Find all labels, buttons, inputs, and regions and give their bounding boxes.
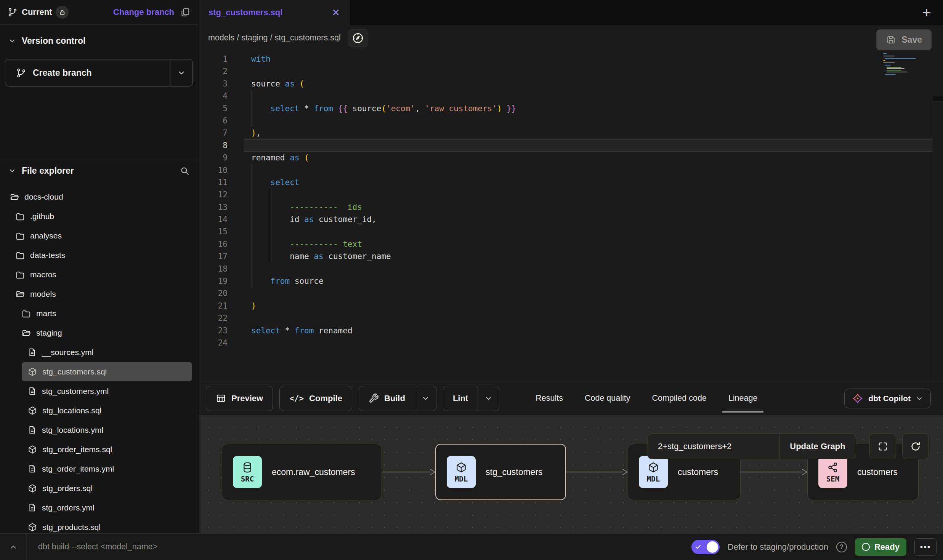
tab-stg-customers-sql[interactable]: stg_customers.sql ✕ <box>199 0 350 25</box>
refresh-icon <box>910 441 921 452</box>
code-line: 21) <box>199 300 943 312</box>
tree-item-analyses[interactable]: analyses <box>0 226 198 245</box>
dbt-copilot-button[interactable]: dbt Copilot <box>844 389 931 408</box>
sem-badge: SEM <box>818 456 847 488</box>
code-content: 1with23source as (45 select * from {{ so… <box>199 51 943 381</box>
create-branch-button[interactable]: Create branch <box>5 59 193 86</box>
build-button[interactable]: Build <box>359 386 436 411</box>
ide-status-badge[interactable]: Ready <box>855 538 906 556</box>
node-label: customers <box>678 467 718 477</box>
version-control-section: Version control Create branch <box>0 25 198 159</box>
tree-item-stg-order-items-yml[interactable]: stg_order_items.yml <box>0 459 198 478</box>
tree-item-stg-locations-sql[interactable]: stg_locations.sql <box>0 401 198 420</box>
explore-lineage-button[interactable] <box>348 29 368 47</box>
tree-item-stg-order-items-sql[interactable]: stg_order_items.sql <box>0 440 198 459</box>
line-number: 21 <box>199 300 244 312</box>
indent-guide <box>252 164 252 288</box>
line-number: 2 <box>199 65 244 77</box>
compile-button[interactable]: </>Compile <box>279 386 352 411</box>
tree-item--sources-yml[interactable]: __sources.yml <box>0 342 198 362</box>
scrollbar-track <box>933 101 933 381</box>
build-dropdown[interactable] <box>415 386 436 411</box>
git-branch-icon <box>16 68 26 78</box>
compass-icon <box>351 32 364 45</box>
status-ring-icon <box>862 543 870 551</box>
file-explorer-title: File explorer <box>22 166 74 176</box>
minimap[interactable] <box>883 53 916 75</box>
indent-guide <box>271 189 272 262</box>
folder-icon <box>15 250 25 260</box>
lint-dropdown[interactable] <box>478 386 499 411</box>
line-number: 22 <box>199 312 244 324</box>
tree-item--github[interactable]: .github <box>0 206 198 226</box>
panel-tabs: ResultsCode qualityCompiled codeLineage <box>536 394 757 403</box>
copy-branch-icon[interactable] <box>180 7 190 17</box>
lineage-selector-input[interactable]: 2+stg_customers+2 <box>648 434 779 459</box>
file-name: stg_locations.sql <box>42 406 101 415</box>
tree-item-stg-locations-yml[interactable]: stg_locations.yml <box>0 420 198 440</box>
expand-command-bar-button[interactable] <box>0 534 27 560</box>
line-number: 8 <box>199 139 244 152</box>
copilot-label: dbt Copilot <box>868 394 911 403</box>
line-number: 13 <box>199 201 244 213</box>
command-input[interactable]: dbt build --select <model_name> <box>38 542 157 552</box>
tree-item-staging[interactable]: staging <box>0 323 198 342</box>
chevron-down-icon <box>177 69 186 77</box>
line-number: 16 <box>199 238 244 250</box>
tab-code-quality[interactable]: Code quality <box>585 394 630 403</box>
line-number: 20 <box>199 287 244 299</box>
code-line: 20 <box>199 287 943 299</box>
dbt-cloud-ide: Current Change branch Version control <box>0 0 943 560</box>
file-name: data-tests <box>30 251 65 260</box>
refresh-button[interactable] <box>902 434 929 459</box>
tree-item-stg-orders-sql[interactable]: stg_orders.sql <box>0 478 198 498</box>
save-button[interactable]: Save <box>876 29 932 50</box>
toggle-knob <box>707 541 718 553</box>
branch-locked-badge <box>56 6 69 19</box>
fullscreen-button[interactable] <box>869 434 896 459</box>
file-name: marts <box>36 309 56 318</box>
close-tab-icon[interactable]: ✕ <box>332 8 340 18</box>
version-control-header[interactable]: Version control <box>0 32 198 49</box>
tree-item-marts[interactable]: marts <box>0 304 198 323</box>
node-label: stg_customers <box>486 467 543 477</box>
preview-button[interactable]: Preview <box>206 386 273 411</box>
tree-item-data-tests[interactable]: data-tests <box>0 245 198 265</box>
new-tab-button[interactable]: + <box>916 0 938 25</box>
lock-icon <box>59 9 66 16</box>
line-number: 5 <box>199 102 244 115</box>
tab-results[interactable]: Results <box>536 394 563 403</box>
create-branch-dropdown[interactable] <box>170 59 192 86</box>
scrollbar-thumb[interactable] <box>933 96 943 101</box>
file-explorer-section: File explorer docs-cloud.githubanalysesd… <box>0 159 198 537</box>
breadcrumb[interactable]: models / staging / stg_customers.sql <box>208 33 341 43</box>
file-name: analyses <box>30 231 62 240</box>
tree-item-docs-cloud[interactable]: docs-cloud <box>0 187 198 206</box>
file-explorer-header[interactable]: File explorer <box>0 162 198 179</box>
save-icon <box>886 35 896 45</box>
lineage-node-ecom-raw-customers[interactable]: SRCecom.raw_customers <box>222 444 382 500</box>
code-line: 1with <box>199 53 943 65</box>
sidebar: Current Change branch Version control <box>0 0 198 533</box>
tree-item-stg-customers-sql[interactable]: stg_customers.sql <box>22 362 192 381</box>
defer-toggle[interactable] <box>691 540 720 554</box>
model-cube-icon <box>27 445 37 454</box>
tree-item-models[interactable]: models <box>0 284 198 304</box>
check-icon <box>695 544 701 550</box>
update-graph-button[interactable]: Update Graph <box>779 434 856 459</box>
more-options-button[interactable]: ••• <box>914 538 937 556</box>
change-branch-link[interactable]: Change branch <box>113 7 174 17</box>
tree-item-stg-orders-yml[interactable]: stg_orders.yml <box>0 498 198 517</box>
code-editor[interactable]: 1with23source as (45 select * from {{ so… <box>199 51 943 381</box>
dbt-copilot-icon <box>852 393 863 404</box>
tree-item-macros[interactable]: macros <box>0 265 198 284</box>
lineage-node-stg-customers[interactable]: MDLstg_customers <box>435 444 566 500</box>
tab-compiled-code[interactable]: Compiled code <box>652 394 706 403</box>
help-icon[interactable]: ? <box>836 542 847 552</box>
tab-lineage[interactable]: Lineage <box>728 394 758 403</box>
tree-item-stg-customers-yml[interactable]: stg_customers.yml <box>0 381 198 401</box>
lint-button[interactable]: Lint <box>443 386 499 411</box>
search-icon[interactable] <box>180 166 189 176</box>
chevron-down-icon <box>8 37 16 45</box>
line-number: 4 <box>199 90 244 102</box>
